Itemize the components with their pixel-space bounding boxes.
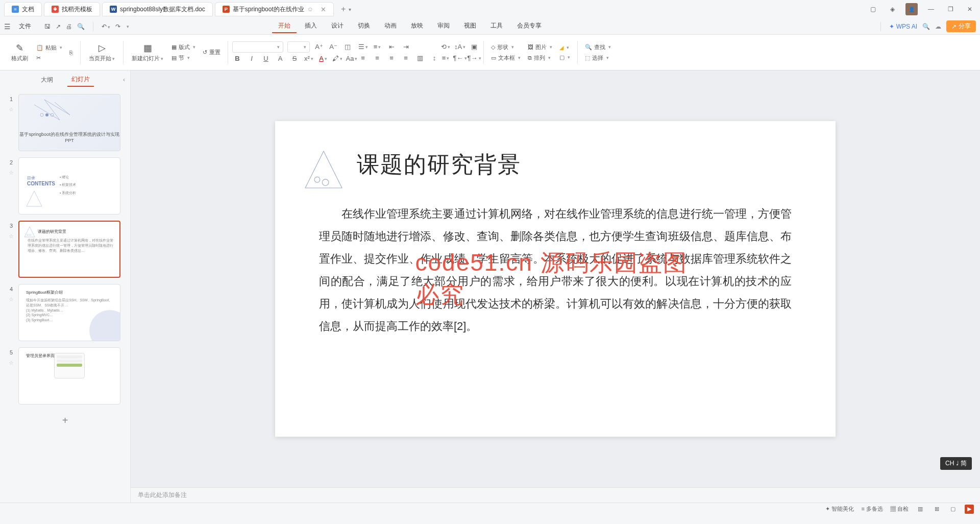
ribbon-tab-view[interactable]: 视图 (458, 19, 482, 33)
highlight-icon[interactable]: 🖍▾ (332, 54, 342, 64)
cloud-icon[interactable]: ☁ (935, 23, 941, 30)
slide-thumbnail-2[interactable]: 目录 CONTENTS • 绪论 • 框架技术 • 系统分析 (18, 157, 120, 215)
tab-template[interactable]: ❖ 找稻壳模板 (44, 2, 100, 16)
undo-icon[interactable]: ↶▾ (102, 23, 110, 30)
ribbon-tab-member[interactable]: 会员专享 (511, 19, 548, 33)
rtl-icon[interactable]: ¶←▾ (455, 53, 465, 63)
ribbon-tab-animation[interactable]: 动画 (378, 19, 403, 33)
increase-font-icon[interactable]: A⁺ (314, 42, 324, 52)
start-from-current-button[interactable]: ▷当页开始▾ (85, 37, 119, 68)
wps-ai-button[interactable]: ✦ WPS AI (889, 23, 917, 30)
slide-thumbnail-4[interactable]: SpringBoot框架介绍 现如今开放源框架结合层出SSH、SSM、Sprin… (18, 284, 120, 341)
multi-option[interactable]: ≡ 多备选 (861, 505, 883, 513)
ribbon-tab-insert[interactable]: 插入 (299, 19, 323, 33)
layout-icon[interactable]: ▢ (867, 3, 879, 15)
search-icon[interactable]: 🔍 (922, 23, 930, 30)
paste-button[interactable]: 📋 粘贴▾ (33, 43, 65, 53)
file-menu[interactable]: 文件 (14, 20, 36, 33)
close-tab-icon[interactable]: ✕ (321, 6, 326, 13)
ribbon-tab-review[interactable]: 审阅 (431, 19, 456, 33)
new-tab-button[interactable]: + (341, 5, 346, 14)
tab-outline[interactable]: 大纲 (37, 74, 57, 86)
align-center-icon[interactable]: ≡ (372, 53, 382, 63)
find-button[interactable]: 🔍 查找▾ (582, 42, 614, 52)
decrease-indent-icon[interactable]: ⇤ (386, 42, 397, 52)
strike-icon[interactable]: S (289, 54, 300, 64)
ribbon-tab-start[interactable]: 开始 (272, 19, 297, 33)
export-icon[interactable]: ↗ (56, 23, 61, 30)
outline-button[interactable]: ▢▾ (556, 53, 573, 62)
text-direction-icon[interactable]: ↕A▾ (455, 42, 465, 52)
fill-button[interactable]: ◢▾ (556, 43, 573, 52)
tab-feedback-icon[interactable]: ☺ (307, 6, 313, 13)
print-icon[interactable]: 🖨 (66, 23, 72, 30)
align-justify-icon[interactable]: ≡ (401, 53, 411, 63)
shadow-icon[interactable]: A (275, 54, 285, 64)
slide-thumbnail-3[interactable]: 课题的研究背景 在线作业管理系统主要通过计算机网络，对在线作业管理系统的信息进行… (18, 221, 120, 278)
save-icon[interactable]: 🖫 (44, 23, 51, 30)
format-painter-button[interactable]: ✎格式刷 (7, 37, 32, 68)
font-family-combo[interactable]: ▾ (232, 41, 283, 53)
more-dropdown[interactable]: ▾ (127, 24, 129, 29)
change-case-icon[interactable]: Aa▾ (347, 54, 357, 64)
columns-icon[interactable]: ▥ (415, 53, 425, 63)
self-check[interactable]: ▦ 自检 (890, 505, 909, 513)
slide-body-text[interactable]: 在线作业管理系统主要通过计算机网络，对在线作业管理系统的信息进行统一管理，方便管… (319, 203, 792, 338)
ribbon-tab-slideshow[interactable]: 放映 (405, 19, 429, 33)
decrease-font-icon[interactable]: A⁻ (328, 42, 338, 52)
section-button[interactable]: ▤ 节▾ (168, 53, 199, 63)
clear-format-icon[interactable]: ◫ (342, 42, 353, 52)
cut-button[interactable]: ✂ (33, 54, 65, 62)
cube-icon[interactable]: ◈ (886, 3, 898, 15)
view-sorter-icon[interactable]: ⊞ (932, 505, 941, 514)
smart-beautify[interactable]: ✦ 智能美化 (825, 505, 854, 513)
ribbon-tab-tools[interactable]: 工具 (484, 19, 509, 33)
preview-icon[interactable]: 🔍 (77, 23, 85, 30)
tab-word-doc[interactable]: W springboot88sly数据库文档.doc (102, 2, 213, 16)
star-icon[interactable]: ☆ (9, 360, 14, 366)
textbox-button[interactable]: ▭ 文本框▾ (488, 53, 524, 63)
tab-documents[interactable]: ≡ 文档 (4, 2, 42, 16)
align-left-icon[interactable]: ≡ (358, 53, 368, 63)
select-button[interactable]: ⬚ 选择▾ (582, 53, 614, 63)
avatar-icon[interactable]: 👤 (905, 3, 918, 15)
italic-icon[interactable]: I (247, 54, 257, 64)
underline-icon[interactable]: U (261, 54, 271, 64)
ribbon-tab-transition[interactable]: 切换 (352, 19, 376, 33)
slide-thumbnail-5[interactable]: 管理员登录界面 (18, 347, 120, 404)
new-slide-button[interactable]: ▦新建幻灯片▾ (128, 37, 167, 68)
close-window-icon[interactable]: ✕ (964, 3, 976, 15)
add-slide-button[interactable]: + (62, 415, 68, 426)
convert-smartart-icon[interactable]: ▣ (469, 42, 479, 52)
increase-indent-icon[interactable]: ⇥ (401, 42, 411, 52)
star-icon[interactable]: ☆ (9, 106, 14, 113)
font-size-combo[interactable]: ▾ (287, 41, 310, 53)
tab-menu-dropdown[interactable]: ▾ (349, 7, 351, 12)
layout-button[interactable]: ▦ 版式▾ (168, 42, 199, 52)
view-slideshow-icon[interactable]: ▶ (965, 505, 974, 514)
align-right-icon[interactable]: ≡ (386, 53, 397, 63)
hamburger-icon[interactable]: ☰ (4, 22, 11, 31)
notes-pane[interactable]: 单击此处添加备注 (131, 487, 980, 503)
font-color-icon[interactable]: A▾ (318, 54, 328, 64)
superscript-icon[interactable]: x²▾ (304, 54, 314, 64)
slide-title[interactable]: 课题的研究背景 (357, 150, 521, 180)
ltr-icon[interactable]: ¶→▾ (469, 53, 479, 63)
slide-canvas[interactable]: 课题的研究背景 在线作业管理系统主要通过计算机网络，对在线作业管理系统的信息进行… (275, 121, 836, 437)
image-button[interactable]: 🖼 图片▾ (525, 42, 555, 52)
minimize-icon[interactable]: — (925, 3, 937, 15)
star-icon[interactable]: ☆ (9, 170, 14, 176)
ribbon-tab-design[interactable]: 设计 (325, 19, 350, 33)
line-spacing-icon[interactable]: ↕ (429, 53, 439, 63)
tab-ppt-active[interactable]: P 基于springboot的在线作业 ☺ ✕ (215, 2, 334, 16)
maximize-icon[interactable]: ❐ (944, 3, 957, 15)
text-direction-rl-icon[interactable]: ⟲▾ (440, 42, 451, 52)
vertical-align-icon[interactable]: ≡▾ (440, 53, 451, 63)
star-icon[interactable]: ☆ (9, 233, 14, 240)
redo-icon[interactable]: ↷ (115, 23, 120, 30)
ime-indicator[interactable]: CH ♩ 简 (940, 457, 972, 470)
reset-button[interactable]: ↺ 重置 (200, 47, 224, 57)
arrange-button[interactable]: ⧉ 排列▾ (525, 53, 555, 63)
shape-button[interactable]: ◇ 形状▾ (488, 42, 524, 52)
view-normal-icon[interactable]: ▥ (916, 505, 925, 514)
